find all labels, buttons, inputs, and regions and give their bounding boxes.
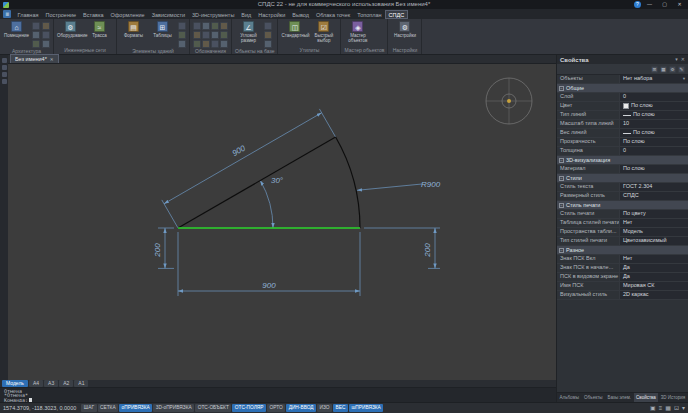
ortho-toggle[interactable]: ОРТО — [267, 404, 285, 412]
left-toolbar-icon[interactable] — [2, 58, 7, 63]
close-icon[interactable]: ✕ — [681, 55, 685, 64]
ribbon-icon[interactable] — [42, 22, 50, 30]
close-icon[interactable]: ✕ — [50, 57, 54, 62]
room-button[interactable]: ⌂ Помещение — [3, 21, 30, 38]
ribbon-icon[interactable] — [32, 22, 40, 30]
settings-button[interactable]: ⚙ Настройки — [391, 21, 418, 38]
edit-icon[interactable]: ✎ — [678, 66, 685, 73]
properties-header[interactable]: Свойства ▾ ✕ — [557, 55, 688, 64]
layout-tab-model[interactable]: Модель — [2, 380, 28, 387]
property-row[interactable]: Имя ПСК Мировая СК — [557, 282, 688, 291]
standard-button[interactable]: ◫ Стандартный — [281, 21, 308, 38]
workspace-icon[interactable]: ≡ — [659, 403, 663, 413]
osnap-toggle[interactable]: оПРИВЯЗКА — [119, 404, 152, 412]
ribbon-tab-topoplan[interactable]: Топоплан — [354, 10, 385, 20]
ribbon-icon[interactable] — [178, 40, 186, 48]
property-value[interactable]: Да — [619, 264, 688, 272]
ribbon-tab-vstavka[interactable]: Вставка — [80, 10, 107, 20]
ribbon-tab-glavnaya[interactable]: Главная — [14, 10, 42, 20]
property-row[interactable]: Знак ПСК в начале... Да — [557, 264, 688, 273]
object-master-button[interactable]: ◈ Мастер объектов — [344, 21, 371, 43]
property-row[interactable]: Пространства табли... Модель — [557, 228, 688, 237]
ribbon-group-label[interactable]: Объекты на базе — [232, 48, 277, 55]
property-value[interactable]: Да — [619, 273, 688, 281]
collapse-icon[interactable] — [559, 203, 564, 208]
lineweight-toggle[interactable]: ВЕС — [333, 404, 348, 412]
collapse-icon[interactable] — [559, 86, 564, 91]
ribbon-tab-spds[interactable]: СПДС — [385, 10, 408, 20]
ribbon-icon[interactable] — [220, 31, 228, 39]
property-value[interactable]: Нет — [619, 255, 688, 263]
ribbon-icon[interactable] — [220, 40, 228, 48]
drawing-geometry[interactable] — [178, 137, 360, 228]
property-row[interactable]: Тип линий По слою — [557, 111, 688, 120]
ribbon-group-label[interactable]: Утилиты — [278, 47, 340, 54]
fullscreen-icon[interactable]: ⊡ — [674, 403, 679, 413]
ribbon-icon[interactable] — [264, 22, 272, 30]
ribbon-group-label[interactable]: Элементы зданий — [117, 48, 189, 55]
ribbon-group-label[interactable]: Инженерные сети — [54, 47, 116, 54]
ribbon-icon[interactable] — [264, 40, 272, 48]
panel-tab-properties[interactable]: Свойства — [634, 393, 659, 402]
ribbon-icon[interactable] — [32, 31, 40, 39]
layout-tab-a2[interactable]: А2 — [59, 380, 73, 387]
grid-display-icon[interactable]: ▦ — [665, 403, 671, 413]
otrack-polar-toggle[interactable]: ОТС-ПОЛЯР — [232, 404, 266, 412]
property-row[interactable]: Объекты Нет набора▼ — [557, 75, 688, 84]
ribbon-icon[interactable] — [211, 31, 219, 39]
ribbon-group-label[interactable]: Настройки — [388, 47, 421, 54]
ribbon-icon[interactable] — [193, 31, 201, 39]
ribbon-icon[interactable] — [264, 31, 272, 39]
ribbon-tab-oformlenie[interactable]: Оформление — [107, 10, 148, 20]
quick-select-icon[interactable]: ▦ — [660, 66, 667, 73]
property-row[interactable]: Прозрачность По слою — [557, 138, 688, 147]
property-value[interactable]: По цвету — [619, 210, 688, 218]
dim-radius[interactable]: R900 — [421, 180, 441, 189]
ribbon-tab-3d[interactable]: 3D-инструменты — [189, 10, 238, 20]
panel-tab-objects[interactable]: Объекты — [581, 393, 605, 402]
ribbon-icon[interactable] — [32, 40, 40, 48]
route-button[interactable]: ≈ Трасса — [86, 21, 113, 38]
property-value[interactable]: Нет набора▼ — [619, 75, 688, 83]
ribbon-icon[interactable] — [202, 22, 210, 30]
drawing-canvas[interactable]: 900 200 200 900 30° R900 — [8, 64, 556, 380]
ribbon-icon[interactable] — [193, 22, 201, 30]
property-row[interactable]: Вес линий По слою — [557, 129, 688, 138]
layout-tab-a4[interactable]: А4 — [29, 380, 43, 387]
left-toolbar-icon[interactable] — [2, 65, 7, 70]
layout-tab-a1[interactable]: А1 — [74, 380, 88, 387]
wheel-center-dot[interactable] — [507, 99, 511, 103]
iso-toggle[interactable]: ИЗО — [317, 404, 332, 412]
property-value[interactable]: 2D каркас — [619, 291, 688, 299]
ribbon-group-label[interactable]: Обозначения — [190, 48, 231, 55]
navigation-wheel[interactable] — [486, 78, 532, 124]
property-row[interactable]: ПСК в видовом экране Да — [557, 273, 688, 282]
property-row[interactable]: Тип стилей печати Цветозависимый — [557, 237, 688, 246]
ribbon-tab-vid[interactable]: Вид — [238, 10, 255, 20]
app-menu-icon[interactable]: ≣ — [3, 10, 11, 18]
maximize-button[interactable]: ▢ — [658, 0, 671, 9]
property-value[interactable]: ГОСТ 2.304 — [619, 183, 688, 191]
property-value[interactable]: По слою — [619, 102, 688, 110]
annotation-scale-icon[interactable]: ▣ — [650, 403, 656, 413]
quick-select-button[interactable]: ☑ Быстрый выбор — [310, 21, 337, 43]
property-row[interactable]: Знак ПСК Вкл Нет — [557, 255, 688, 264]
minimize-button[interactable]: — — [643, 0, 656, 9]
chevron-down-icon[interactable]: ▾ — [682, 403, 685, 413]
dim-right[interactable]: 200 — [423, 243, 432, 258]
property-row[interactable]: Визуальный стиль 2D каркас — [557, 291, 688, 300]
property-value[interactable]: По слою — [619, 129, 688, 137]
ribbon-icon[interactable] — [178, 31, 186, 39]
panel-tab-albums[interactable]: Альбомы — [557, 393, 581, 402]
select-objects-icon[interactable]: ⊞ — [651, 66, 658, 73]
pin-icon[interactable]: ▾ — [675, 55, 678, 64]
ribbon-icon[interactable] — [202, 40, 210, 48]
close-button[interactable]: ✕ — [673, 0, 686, 9]
collapse-icon[interactable] — [559, 158, 564, 163]
ribbon-icon[interactable] — [211, 22, 219, 30]
collapse-icon[interactable] — [559, 176, 564, 181]
property-value[interactable]: 0 — [619, 93, 688, 101]
property-value[interactable]: СПДС — [619, 192, 688, 200]
property-row[interactable]: Стиль печати По цвету — [557, 210, 688, 219]
dim-angle[interactable]: 30° — [271, 176, 284, 185]
